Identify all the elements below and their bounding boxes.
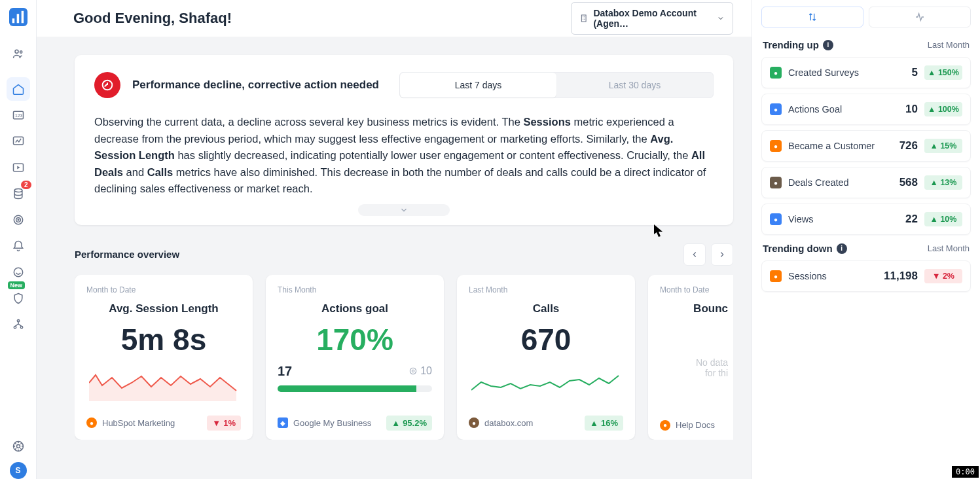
trending-up-title: Trending up [763,39,819,50]
trend-value: 5 [912,66,918,79]
trend-value: 22 [905,213,918,226]
metric-card-avg-session[interactable]: Month to Date Avg. Session Length 5m 8s … [75,275,253,440]
performance-summary-card: Performance decline, corrective action n… [75,55,733,225]
trend-item[interactable]: ●Sessions11,198▼ 2% [761,260,971,292]
trend-value: 726 [899,139,918,152]
right-tab-trends[interactable] [761,7,863,27]
svg-point-10 [14,268,22,276]
svg-text:123: 123 [15,113,22,118]
metric-name: Bounc [660,302,728,315]
goal-progress-bar [278,385,432,392]
metric-card-actions-goal[interactable]: This Month Actions goal 170% 17 10 ◆ Goo… [266,275,444,440]
source-mini-icon: ● [770,67,782,79]
chevron-down-icon [399,205,408,215]
source-mini-icon: ● [770,213,782,225]
delta-badge: ▲ 95.2% [386,416,432,431]
trend-item[interactable]: ●Created Surveys5▲ 150% [761,57,971,88]
source-mini-icon: ● [770,140,782,152]
svg-point-19 [412,370,414,373]
trend-item[interactable]: ●Views22▲ 10% [761,204,971,235]
trend-label: Created Surveys [788,67,859,78]
summary-title: Performance decline, corrective action n… [132,79,379,92]
metric-card-calls[interactable]: Last Month Calls 670 ● databox.com ▲ 16% [457,275,635,440]
goal-current: 17 [278,364,292,379]
sidebar-item-metrics[interactable]: 123 [7,103,30,127]
trend-label: Deals Created [788,177,849,188]
metric-name: Calls [469,302,623,315]
app-logo-icon[interactable] [9,8,27,26]
trend-value: 11,198 [884,270,918,283]
source-mini-icon: ● [770,103,782,115]
trend-delta: ▲ 15% [924,139,962,153]
period-tab-30days[interactable]: Last 30 days [556,73,713,98]
sparkline-chart [89,371,238,401]
svg-point-6 [14,189,22,192]
trend-label: Sessions [788,271,827,281]
summary-expand-handle[interactable] [358,204,450,216]
target-icon [408,366,418,376]
source-label: databox.com [484,418,533,428]
metric-period: This Month [278,285,432,294]
info-icon[interactable]: i [823,40,833,50]
overview-next-button[interactable] [711,243,733,266]
svg-point-9 [18,219,19,221]
sidebar-item-home[interactable] [7,77,30,101]
summary-bold: Sessions [523,116,570,128]
source-label: Help Docs [676,420,715,430]
new-badge: New [8,281,26,289]
metric-card-bounce[interactable]: Month to Date Bounc No data for thi ● He… [648,275,733,440]
goal-target: 10 [420,365,432,377]
sidebar-item-data[interactable]: 2 [7,182,30,205]
sidebar-item-insights[interactable] [7,260,30,284]
sidebar-item-people[interactable] [7,42,30,65]
sidebar-item-help[interactable] [7,435,30,458]
overview-prev-button[interactable] [683,243,706,266]
trend-label: Became a Customer [788,141,875,151]
sidebar-item-slides[interactable] [7,156,30,179]
overview-cards: Month to Date Avg. Session Length 5m 8s … [75,275,733,440]
right-panel: Trending up i Last Month ●Created Survey… [752,0,980,479]
sidebar-item-goals[interactable] [7,208,30,232]
summary-text: metrics have also diminished. This decre… [94,166,706,195]
trend-value: 568 [899,176,918,189]
delta-badge: ▼ 1% [207,416,241,431]
overview-section-title: Performance overview [75,249,179,260]
sidebar-item-alerts[interactable] [7,234,30,258]
trend-item[interactable]: ●Deals Created568▲ 13% [761,167,971,198]
sidebar-item-dashboards[interactable] [7,130,30,153]
sparkline-chart [471,373,621,399]
info-icon[interactable]: i [837,243,847,254]
metric-value: 5m 8s [86,322,241,357]
trend-item[interactable]: ●Actions Goal10▲ 100% [761,94,971,125]
svg-point-15 [16,445,20,448]
trend-value: 10 [905,103,918,116]
summary-text: has slightly decreased, indicating poten… [175,149,691,161]
alert-icon [94,72,120,98]
sidebar-item-org[interactable] [7,313,30,336]
account-switcher[interactable]: Databox Demo Account (Agen… [571,2,733,35]
svg-rect-16 [581,15,586,22]
period-tab-7days[interactable]: Last 7 days [400,73,556,98]
metric-name: Avg. Session Length [86,302,241,315]
source-icon: ◆ [278,417,288,428]
svg-point-0 [15,50,18,53]
source-icon: ● [469,417,479,428]
summary-body: Observing the current data, a decline ac… [94,114,714,198]
svg-point-11 [17,320,19,322]
summary-text: Observing the current data, a decline ac… [94,116,523,128]
trend-label: Views [788,214,813,224]
svg-point-13 [20,327,22,328]
metric-period: Last Month [469,285,623,294]
greeting-title: Good Evening, Shafaq! [73,10,232,27]
trend-item[interactable]: ●Became a Customer726▲ 15% [761,130,971,162]
sidebar-item-security[interactable]: New [7,287,30,310]
svg-point-18 [410,368,416,374]
trend-period: Last Month [928,40,970,50]
right-tab-activity[interactable] [869,7,971,27]
source-label: Google My Business [293,418,371,428]
source-mini-icon: ● [770,177,782,188]
user-avatar[interactable]: S [10,462,27,479]
source-mini-icon: ● [770,270,782,282]
account-label: Databox Demo Account (Agen… [593,8,712,29]
summary-period-toggle: Last 7 days Last 30 days [399,72,714,98]
